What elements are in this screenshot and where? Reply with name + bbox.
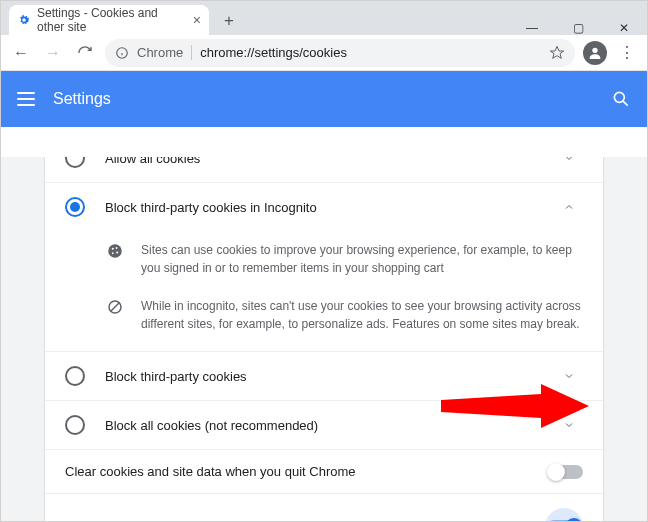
radio-block-third-party[interactable]: Block third-party cookies	[45, 351, 603, 400]
row-do-not-track[interactable]: Send a "Do Not Track" request with your …	[45, 493, 603, 521]
incognito-desc-2: While in incognito, sites can't use your…	[45, 287, 603, 351]
radio-icon	[65, 366, 85, 386]
chevron-down-icon[interactable]	[563, 419, 583, 431]
reload-button[interactable]	[73, 41, 97, 65]
settings-content[interactable]: Allow all cookies Block third-party cook…	[1, 157, 647, 521]
radio-label: Block all cookies (not recommended)	[105, 418, 543, 433]
radio-label: Block third-party cookies in Incognito	[105, 200, 543, 215]
profile-avatar[interactable]	[583, 41, 607, 65]
radio-icon	[65, 415, 85, 435]
tab-title: Settings - Cookies and other site	[37, 6, 187, 34]
radio-block-incognito[interactable]: Block third-party cookies in Incognito	[45, 182, 603, 231]
menu-icon[interactable]: ⋮	[615, 41, 639, 65]
new-tab-button[interactable]: +	[215, 7, 243, 35]
back-button[interactable]: ←	[9, 41, 33, 65]
site-info-icon[interactable]	[115, 46, 129, 60]
svg-point-8	[116, 247, 118, 249]
row-label: Send a "Do Not Track" request with your …	[65, 520, 388, 522]
radio-icon	[65, 197, 85, 217]
window-minimize[interactable]: —	[509, 21, 555, 35]
svg-point-4	[614, 92, 624, 102]
browser-tab[interactable]: Settings - Cookies and other site ×	[9, 5, 209, 35]
radio-icon	[65, 157, 85, 168]
hamburger-icon[interactable]	[17, 92, 35, 106]
incognito-desc-1: Sites can use cookies to improve your br…	[45, 231, 603, 287]
cookies-card: Allow all cookies Block third-party cook…	[44, 157, 604, 521]
radio-label: Block third-party cookies	[105, 369, 543, 384]
window-close[interactable]: ✕	[601, 21, 647, 35]
url-text: chrome://settings/cookies	[200, 45, 347, 60]
settings-appbar: Settings	[1, 71, 647, 127]
tab-strip: Settings - Cookies and other site × + — …	[1, 1, 647, 35]
close-icon[interactable]: ×	[193, 12, 201, 28]
forward-button[interactable]: →	[41, 41, 65, 65]
desc-text: While in incognito, sites can't use your…	[141, 297, 583, 333]
browser-toolbar: ← → Chrome chrome://settings/cookies ⋮	[1, 35, 647, 71]
svg-point-7	[112, 248, 114, 250]
address-bar[interactable]: Chrome chrome://settings/cookies	[105, 39, 575, 67]
svg-point-3	[592, 47, 597, 52]
svg-point-6	[108, 244, 122, 258]
chevron-down-icon[interactable]	[563, 157, 583, 164]
url-scheme-label: Chrome	[137, 45, 192, 60]
block-icon	[105, 297, 125, 317]
toggle-off[interactable]	[549, 465, 583, 479]
radio-label: Allow all cookies	[105, 157, 543, 166]
window-controls: — ▢ ✕	[509, 21, 647, 35]
search-icon[interactable]	[611, 89, 631, 109]
page-title: Settings	[53, 90, 111, 108]
svg-line-12	[111, 303, 120, 312]
window-maximize[interactable]: ▢	[555, 21, 601, 35]
svg-line-5	[623, 101, 628, 106]
bookmark-icon[interactable]	[549, 45, 565, 61]
svg-point-9	[112, 252, 114, 254]
row-clear-on-quit[interactable]: Clear cookies and site data when you qui…	[45, 449, 603, 493]
svg-point-10	[116, 251, 118, 253]
radio-allow-all[interactable]: Allow all cookies	[45, 157, 603, 182]
row-label: Clear cookies and site data when you qui…	[65, 464, 356, 479]
radio-block-all[interactable]: Block all cookies (not recommended)	[45, 400, 603, 449]
cookie-icon	[105, 241, 125, 261]
toggle-on[interactable]	[547, 520, 581, 521]
gear-icon	[17, 12, 31, 28]
desc-text: Sites can use cookies to improve your br…	[141, 241, 583, 277]
toggle-highlight	[545, 508, 583, 521]
chevron-up-icon[interactable]	[563, 201, 583, 213]
chevron-down-icon[interactable]	[563, 370, 583, 382]
